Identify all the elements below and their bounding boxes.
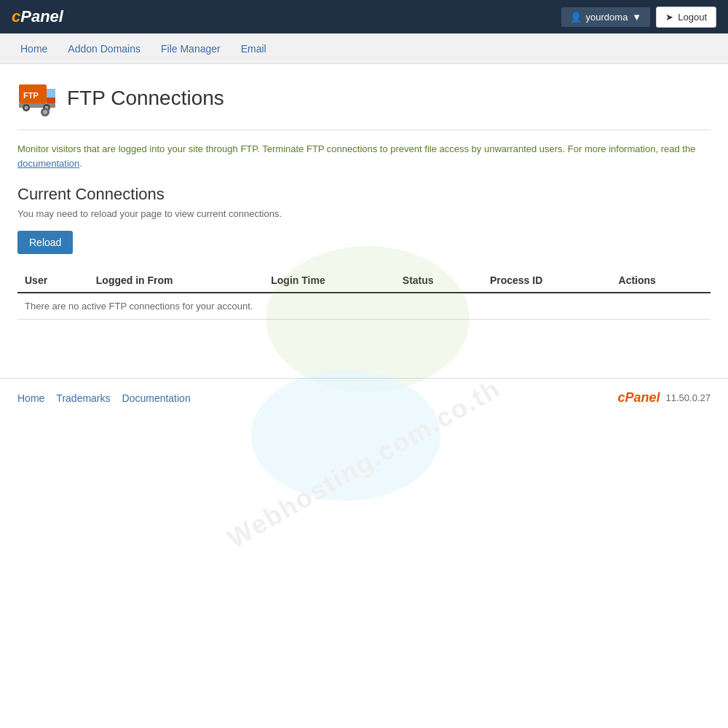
footer-version: 11.50.0.27: [666, 392, 711, 403]
section-subtitle: You may need to reload your page to view…: [17, 208, 711, 219]
svg-point-10: [43, 110, 47, 114]
ftp-icon: FTP: [17, 79, 57, 118]
footer-links: Home Trademarks Documentation: [17, 392, 191, 404]
footer-home-link[interactable]: Home: [17, 392, 44, 404]
top-nav: Home Addon Domains File Manager Email: [0, 33, 728, 64]
logout-icon: ➤: [665, 12, 673, 23]
svg-text:FTP: FTP: [23, 91, 39, 100]
logout-button[interactable]: ➤ Logout: [656, 7, 716, 28]
header: cPanel 👤 yourdoma ▼ ➤ Logout: [0, 0, 728, 33]
svg-marker-2: [47, 89, 55, 98]
table-row-empty: There are no active FTP connections for …: [17, 293, 711, 320]
footer-documentation-link[interactable]: Documentation: [122, 392, 191, 404]
footer-cpanel-logo: cPanel: [618, 390, 660, 405]
connections-table: User Logged in From Login Time Status Pr…: [17, 269, 711, 320]
header-actions: 👤 yourdoma ▼ ➤ Logout: [561, 7, 716, 28]
page-description: Monitor visitors that are logged into yo…: [17, 142, 711, 170]
col-login-time: Login Time: [264, 269, 395, 293]
col-process-id: Process ID: [483, 269, 612, 293]
documentation-link[interactable]: documentation: [17, 158, 79, 169]
col-status: Status: [395, 269, 483, 293]
nav-home[interactable]: Home: [12, 37, 56, 60]
title-divider: [17, 130, 711, 130]
page-title-row: FTP FTP Connections: [17, 79, 711, 118]
section-title: Current Connections: [17, 185, 711, 204]
user-icon: 👤: [570, 12, 582, 23]
nav-email[interactable]: Email: [232, 37, 275, 60]
empty-message: There are no active FTP connections for …: [17, 293, 711, 320]
table-header: User Logged in From Login Time Status Pr…: [17, 269, 711, 293]
page-title: FTP Connections: [67, 87, 224, 110]
caret-icon: ▼: [632, 12, 641, 23]
username-label: yourdoma: [586, 12, 628, 23]
footer-trademarks-link[interactable]: Trademarks: [56, 392, 110, 404]
footer-right: cPanel 11.50.0.27: [618, 390, 711, 405]
col-logged-in-from: Logged in From: [89, 269, 264, 293]
svg-point-5: [25, 106, 28, 110]
nav-addon-domains[interactable]: Addon Domains: [59, 37, 149, 60]
col-user: User: [17, 269, 89, 293]
col-actions: Actions: [612, 269, 711, 293]
footer: Home Trademarks Documentation cPanel 11.…: [0, 378, 728, 417]
reload-button[interactable]: Reload: [17, 231, 73, 254]
table-body: There are no active FTP connections for …: [17, 293, 711, 320]
cpanel-logo: cPanel: [12, 7, 63, 26]
nav-file-manager[interactable]: File Manager: [152, 37, 229, 60]
main-content: Webhosting.com.co.th FTP FTP: [0, 64, 728, 334]
user-menu-button[interactable]: 👤 yourdoma ▼: [561, 7, 651, 27]
